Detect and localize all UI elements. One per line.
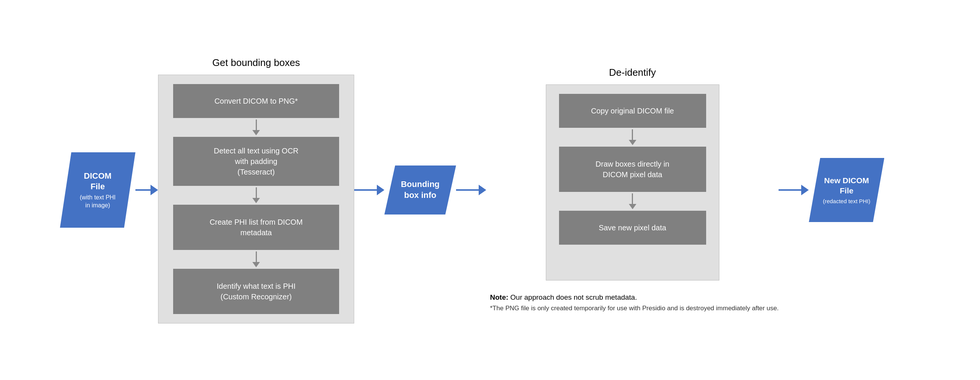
dicom-input-sub-text: (with text PHI in image) <box>80 194 115 210</box>
arrow-section-to-bounding-info <box>354 185 384 195</box>
arrow-down-line-a <box>632 129 633 140</box>
step-draw-boxes-text: Draw boxes directly in DICOM pixel data <box>596 159 670 180</box>
arrow-line-2 <box>354 189 377 191</box>
arrow-head-4 <box>801 185 809 195</box>
step-save-pixel-text: Save new pixel data <box>599 223 666 233</box>
main-flow: DICOM File (with text PHI in image) Get … <box>37 57 943 323</box>
arrow-down-line-3 <box>256 251 257 262</box>
get-bounding-boxes-section: Get bounding boxes Convert DICOM to PNG*… <box>158 57 354 323</box>
dicom-input-shape: DICOM File (with text PHI in image) <box>60 152 135 228</box>
note-rest: Our approach does not scrub metadata. <box>511 293 637 301</box>
step-save-pixel: Save new pixel data <box>559 211 706 245</box>
de-identify-section: De-identify Copy original DICOM file Dra… <box>486 67 779 314</box>
deidentify-section-box: Copy original DICOM file Draw boxes dire… <box>546 84 719 280</box>
arrow-down-head-3 <box>252 262 260 267</box>
step-create-phi-list: Create PHI list from DICOM metadata <box>173 205 339 250</box>
note-line-1: Note: Our approach does not scrub metada… <box>490 292 779 303</box>
arrow-head-3 <box>479 185 486 195</box>
arrow-down-head-2 <box>252 198 260 203</box>
arrow-head-1 <box>151 185 158 195</box>
step-convert-dicom: Convert DICOM to PNG* <box>173 84 339 118</box>
step-detect-text-text: Detect all text using OCR with padding (… <box>214 146 299 177</box>
note-png-text: *The PNG file is only created temporaril… <box>490 305 779 312</box>
section-title-bounding: Get bounding boxes <box>212 57 300 68</box>
step-convert-dicom-text: Convert DICOM to PNG* <box>214 96 298 106</box>
arrow-down-head-a <box>629 140 636 145</box>
step-copy-dicom: Copy original DICOM file <box>559 94 706 128</box>
bounding-box-info-shape: Bounding box info <box>384 165 456 215</box>
step-identify-phi: Identify what text is PHI (Custom Recogn… <box>173 269 339 314</box>
new-dicom-main-text: New DICOM File <box>824 175 869 196</box>
arrow-line-4 <box>779 189 801 191</box>
step-copy-dicom-text: Copy original DICOM file <box>591 106 674 116</box>
bounding-box-section-box: Convert DICOM to PNG* Detect all text us… <box>158 75 354 323</box>
arrow-input-to-section <box>135 185 158 195</box>
arrow-down-head-b <box>629 204 636 209</box>
step-identify-phi-text: Identify what text is PHI (Custom Recogn… <box>217 281 296 302</box>
note-line-2: *The PNG file is only created temporaril… <box>490 303 779 313</box>
step-detect-text: Detect all text using OCR with padding (… <box>173 137 339 186</box>
step-draw-boxes: Draw boxes directly in DICOM pixel data <box>559 147 706 192</box>
section-title-deidentify: De-identify <box>609 67 656 78</box>
arrow-down-line-2 <box>256 188 257 198</box>
arrow-down-2 <box>252 188 260 203</box>
arrow-bounding-to-deidentify <box>456 185 486 195</box>
note-bold: Note: <box>490 293 509 301</box>
new-dicom-sub-text: (redacted text PHI) <box>823 197 870 205</box>
notes-area: Note: Our approach does not scrub metada… <box>486 292 779 314</box>
arrow-head-2 <box>377 185 384 195</box>
arrow-down-line-b <box>632 193 633 204</box>
dicom-input-main-text: DICOM File <box>84 171 111 192</box>
arrow-down-3 <box>252 251 260 267</box>
arrow-line-3 <box>456 189 479 191</box>
arrow-down-1 <box>252 119 260 135</box>
arrow-down-b <box>629 193 636 209</box>
step-create-phi-text: Create PHI list from DICOM metadata <box>210 217 303 238</box>
diagram-container: DICOM File (with text PHI in image) Get … <box>37 21 943 359</box>
new-dicom-shape: New DICOM File (redacted text PHI) <box>809 158 884 222</box>
arrow-down-head-1 <box>252 130 260 135</box>
arrow-deidentify-to-output <box>779 185 809 195</box>
arrow-line-1 <box>135 189 151 191</box>
bounding-box-info-text: Bounding box info <box>401 179 440 200</box>
arrow-down-line-1 <box>256 119 257 130</box>
arrow-down-a <box>629 129 636 145</box>
